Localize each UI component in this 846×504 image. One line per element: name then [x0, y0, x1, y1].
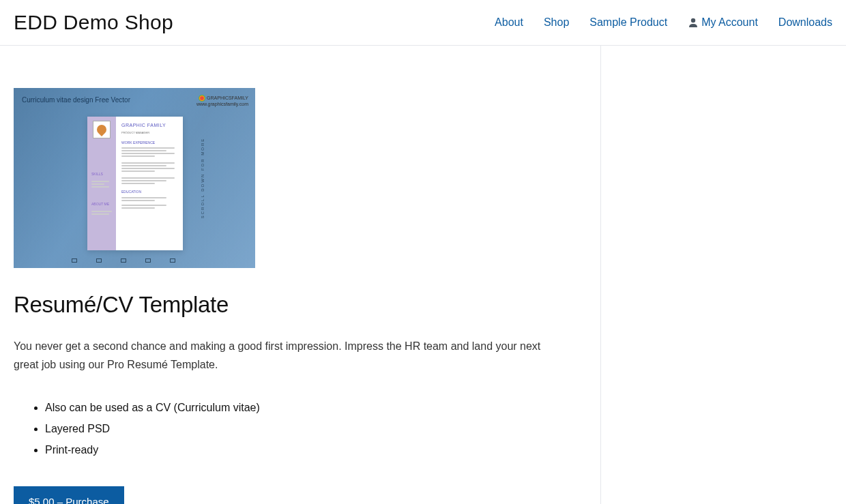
preview-footer-icons [72, 258, 175, 263]
footer-mini-icon [170, 258, 175, 263]
site-header: EDD Demo Shop About Shop Sample Product … [0, 0, 846, 46]
preview-caption: Curriculum vitae design Free Vector [22, 96, 130, 104]
main-layout: Curriculum vitae design Free Vector GRAP… [0, 46, 846, 504]
nav-about[interactable]: About [495, 16, 523, 29]
content-area: Curriculum vitae design Free Vector GRAP… [14, 46, 600, 504]
resume-right-col: GRAPHIC FAMILY PRODUCT MANAGER WORK EXPE… [116, 117, 183, 250]
nav-shop[interactable]: Shop [544, 16, 569, 29]
list-item: Layered PSD [45, 419, 573, 439]
product-description: You never get a second chance and making… [14, 337, 546, 374]
footer-mini-icon [96, 258, 102, 263]
resume-doc-role: PRODUCT MANAGER [121, 131, 177, 135]
preview-side-text: SCROLL DOWN FOR MORE [201, 138, 205, 218]
resume-mock: SKILLS ABOUT ME GRAPHIC FAMILY PRODUCT M… [87, 117, 183, 250]
preview-badge-url: www.graphicsfamily.com [196, 102, 248, 106]
nav-my-account-label: My Account [701, 16, 758, 29]
resume-left-col: SKILLS ABOUT ME [87, 117, 116, 250]
site-title[interactable]: EDD Demo Shop [14, 11, 173, 34]
nav-sample-product[interactable]: Sample Product [589, 16, 667, 29]
resume-skills-heading: SKILLS [91, 171, 113, 177]
resume-education-heading: EDUCATION [121, 190, 177, 195]
footer-mini-icon [145, 258, 151, 263]
resume-doc-name: GRAPHIC FAMILY [121, 122, 177, 130]
product-title: Resumé/CV Template [14, 292, 573, 318]
feature-list: Also can be used as a CV (Curriculum vit… [14, 398, 573, 460]
list-item: Print-ready [45, 441, 573, 460]
nav-my-account[interactable]: My Account [688, 16, 758, 29]
preview-badge: GRAPHICSFAMILY www.graphicsfamily.com [196, 95, 248, 106]
product-image: Curriculum vitae design Free Vector GRAP… [14, 88, 255, 268]
footer-mini-icon [121, 258, 126, 263]
graphicsfamily-logo-icon [199, 95, 205, 102]
footer-mini-icon [72, 258, 77, 263]
user-icon [688, 17, 699, 28]
resume-avatar-icon [93, 121, 111, 138]
primary-nav: About Shop Sample Product My Account Dow… [495, 16, 832, 29]
preview-badge-name: GRAPHICSFAMILY [207, 95, 248, 100]
list-item: Also can be used as a CV (Curriculum vit… [45, 398, 573, 418]
sidebar [600, 46, 832, 504]
resume-about-heading: ABOUT ME [91, 201, 113, 207]
purchase-button[interactable]: $5.00 – Purchase [14, 486, 124, 504]
svg-point-0 [691, 18, 695, 23]
resume-left-content: SKILLS ABOUT ME [91, 158, 113, 216]
nav-downloads[interactable]: Downloads [778, 16, 832, 29]
resume-experience-heading: WORK EXPERIENCE [121, 140, 177, 146]
